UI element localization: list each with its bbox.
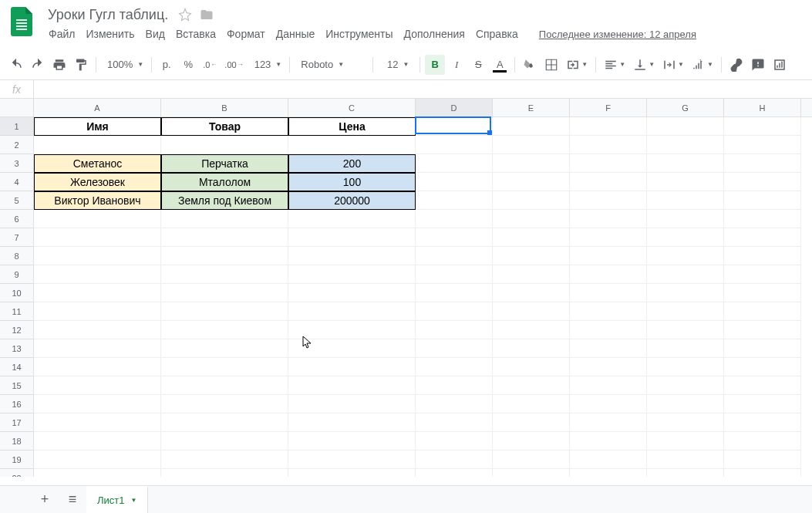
cell-F12[interactable] bbox=[570, 321, 647, 339]
cell-D14[interactable] bbox=[416, 358, 493, 376]
cell-B5[interactable]: Земля под Киевом bbox=[161, 191, 288, 210]
cell-G7[interactable] bbox=[647, 228, 724, 247]
row-header-16[interactable]: 16 bbox=[0, 395, 33, 413]
cell-D19[interactable] bbox=[416, 451, 493, 469]
cell-D2[interactable] bbox=[416, 136, 493, 154]
cell-C8[interactable] bbox=[288, 247, 416, 265]
cell-G16[interactable] bbox=[647, 395, 724, 413]
cell-G14[interactable] bbox=[647, 358, 724, 376]
cell-A7[interactable] bbox=[34, 228, 161, 247]
cell-E17[interactable] bbox=[493, 413, 570, 432]
cell-A1[interactable]: Имя bbox=[34, 117, 161, 136]
row-header-18[interactable]: 18 bbox=[0, 432, 33, 451]
cell-G17[interactable] bbox=[647, 413, 724, 432]
cell-B9[interactable] bbox=[161, 265, 288, 284]
merge-button[interactable]: ▼ bbox=[563, 55, 591, 75]
cell-F4[interactable] bbox=[570, 173, 647, 191]
cell-A17[interactable] bbox=[34, 413, 161, 432]
cell-A9[interactable] bbox=[34, 265, 161, 284]
menu-format[interactable]: Формат bbox=[221, 25, 271, 43]
cell-C7[interactable] bbox=[288, 228, 416, 247]
cell-C14[interactable] bbox=[288, 358, 416, 376]
cell-H15[interactable] bbox=[724, 376, 801, 395]
cell-H17[interactable] bbox=[724, 413, 801, 432]
currency-button[interactable]: р. bbox=[157, 55, 177, 75]
cell-E9[interactable] bbox=[493, 265, 570, 284]
row-header-20[interactable]: 20 bbox=[0, 469, 33, 477]
cell-G13[interactable] bbox=[647, 339, 724, 358]
cell-H16[interactable] bbox=[724, 395, 801, 413]
cell-F10[interactable] bbox=[570, 284, 647, 302]
cell-G20[interactable] bbox=[647, 469, 724, 477]
col-header-F[interactable]: F bbox=[570, 99, 647, 116]
cell-A10[interactable] bbox=[34, 284, 161, 302]
cell-B10[interactable] bbox=[161, 284, 288, 302]
cell-B6[interactable] bbox=[161, 210, 288, 228]
grid-body[interactable]: ИмяТоварЦенаСметаносПерчатка200Железовек… bbox=[34, 117, 812, 477]
cell-C18[interactable] bbox=[288, 432, 416, 451]
cell-H11[interactable] bbox=[724, 302, 801, 321]
cell-G9[interactable] bbox=[647, 265, 724, 284]
cell-F13[interactable] bbox=[570, 339, 647, 358]
col-header-H[interactable]: H bbox=[724, 99, 801, 116]
row-header-3[interactable]: 3 bbox=[0, 154, 33, 173]
cell-C20[interactable] bbox=[288, 469, 416, 477]
cell-G11[interactable] bbox=[647, 302, 724, 321]
row-header-1[interactable]: 1 bbox=[0, 117, 33, 136]
cell-H13[interactable] bbox=[724, 339, 801, 358]
cell-E7[interactable] bbox=[493, 228, 570, 247]
cell-D20[interactable] bbox=[416, 469, 493, 477]
font-combo[interactable]: Roboto▼ bbox=[295, 55, 368, 75]
cell-E13[interactable] bbox=[493, 339, 570, 358]
col-header-G[interactable]: G bbox=[647, 99, 724, 116]
menu-edit[interactable]: Изменить bbox=[80, 25, 140, 43]
cell-A13[interactable] bbox=[34, 339, 161, 358]
row-header-5[interactable]: 5 bbox=[0, 191, 33, 210]
number-format-combo[interactable]: 123▼ bbox=[248, 55, 285, 75]
cell-B11[interactable] bbox=[161, 302, 288, 321]
menu-view[interactable]: Вид bbox=[140, 25, 170, 43]
menu-insert[interactable]: Вставка bbox=[170, 25, 221, 43]
formula-input[interactable] bbox=[34, 80, 812, 98]
cell-C13[interactable] bbox=[288, 339, 416, 358]
cell-G3[interactable] bbox=[647, 154, 724, 173]
cell-H8[interactable] bbox=[724, 247, 801, 265]
menu-file[interactable]: Файл bbox=[43, 25, 80, 43]
sheets-logo[interactable] bbox=[6, 6, 37, 37]
menu-addons[interactable]: Дополнения bbox=[399, 25, 470, 43]
row-header-9[interactable]: 9 bbox=[0, 265, 33, 284]
cell-E16[interactable] bbox=[493, 395, 570, 413]
cell-E14[interactable] bbox=[493, 358, 570, 376]
row-header-13[interactable]: 13 bbox=[0, 339, 33, 358]
cell-D16[interactable] bbox=[416, 395, 493, 413]
cell-B20[interactable] bbox=[161, 469, 288, 477]
cell-G10[interactable] bbox=[647, 284, 724, 302]
row-header-7[interactable]: 7 bbox=[0, 228, 33, 247]
wrap-button[interactable]: ▼ bbox=[659, 55, 687, 75]
cell-D11[interactable] bbox=[416, 302, 493, 321]
cell-G19[interactable] bbox=[647, 451, 724, 469]
cell-B15[interactable] bbox=[161, 376, 288, 395]
last-edit-link[interactable]: Последнее изменение: 12 апреля bbox=[539, 29, 696, 40]
cell-G5[interactable] bbox=[647, 191, 724, 210]
cell-A19[interactable] bbox=[34, 451, 161, 469]
fill-color-button[interactable] bbox=[520, 55, 540, 75]
cell-H5[interactable] bbox=[724, 191, 801, 210]
cell-C10[interactable] bbox=[288, 284, 416, 302]
cell-H9[interactable] bbox=[724, 265, 801, 284]
row-header-15[interactable]: 15 bbox=[0, 376, 33, 395]
cell-E4[interactable] bbox=[493, 173, 570, 191]
cell-E18[interactable] bbox=[493, 432, 570, 451]
h-align-button[interactable]: ▼ bbox=[601, 55, 628, 75]
cell-F20[interactable] bbox=[570, 469, 647, 477]
cell-A8[interactable] bbox=[34, 247, 161, 265]
cell-G8[interactable] bbox=[647, 247, 724, 265]
bold-button[interactable]: B bbox=[425, 55, 445, 75]
cell-D13[interactable] bbox=[416, 339, 493, 358]
row-header-11[interactable]: 11 bbox=[0, 302, 33, 321]
cell-A4[interactable]: Железовек bbox=[34, 173, 161, 191]
cell-H7[interactable] bbox=[724, 228, 801, 247]
cell-F6[interactable] bbox=[570, 210, 647, 228]
row-header-19[interactable]: 19 bbox=[0, 451, 33, 469]
cell-C12[interactable] bbox=[288, 321, 416, 339]
